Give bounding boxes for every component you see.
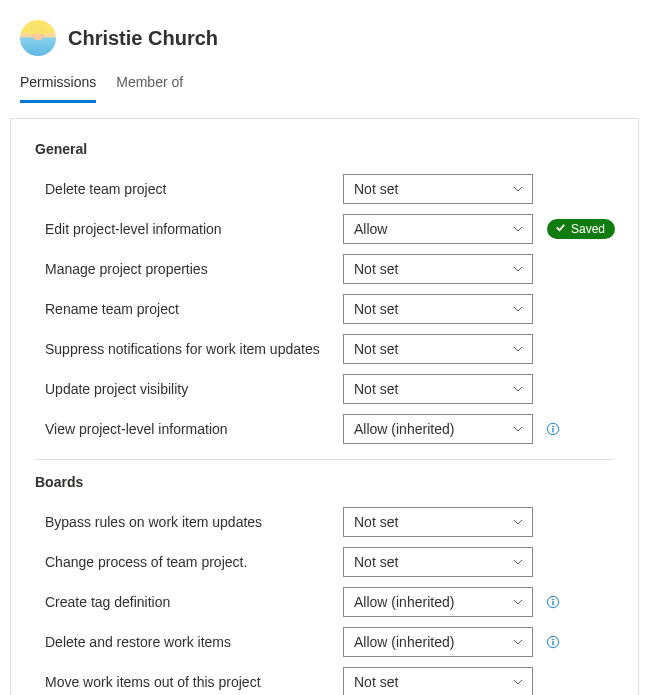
permission-row: Manage project propertiesNot set — [35, 249, 614, 289]
permission-label: Delete team project — [45, 181, 166, 197]
chevron-down-icon — [512, 596, 524, 608]
info-icon[interactable] — [545, 634, 561, 650]
permission-row: Rename team projectNot set — [35, 289, 614, 329]
permission-value: Allow — [354, 221, 387, 237]
page-title: Christie Church — [68, 27, 218, 50]
svg-point-7 — [552, 639, 554, 641]
permission-value: Allow (inherited) — [354, 634, 454, 650]
permission-label: Rename team project — [45, 301, 179, 317]
permission-select[interactable]: Not set — [343, 294, 533, 324]
chevron-down-icon — [512, 303, 524, 315]
chevron-down-icon — [512, 263, 524, 275]
permission-value: Not set — [354, 554, 398, 570]
permission-label: Update project visibility — [45, 381, 188, 397]
svg-rect-8 — [552, 641, 553, 645]
saved-badge: Saved — [547, 219, 615, 239]
check-icon — [555, 222, 566, 236]
permission-value: Not set — [354, 261, 398, 277]
chevron-down-icon — [512, 343, 524, 355]
permission-value: Allow (inherited) — [354, 594, 454, 610]
svg-rect-5 — [552, 601, 553, 605]
permission-label: Delete and restore work items — [45, 634, 231, 650]
svg-point-1 — [552, 426, 554, 428]
permission-select[interactable]: Allow (inherited) — [343, 414, 533, 444]
info-icon[interactable] — [545, 594, 561, 610]
permission-select[interactable]: Not set — [343, 547, 533, 577]
permission-value: Not set — [354, 514, 398, 530]
permission-label: Move work items out of this project — [45, 674, 261, 690]
chevron-down-icon — [512, 556, 524, 568]
divider — [35, 459, 614, 460]
permissions-panel: GeneralDelete team projectNot setEdit pr… — [10, 118, 639, 695]
permission-label: Edit project-level information — [45, 221, 222, 237]
permission-select[interactable]: Not set — [343, 254, 533, 284]
permission-select[interactable]: Not set — [343, 667, 533, 695]
permission-row: Move work items out of this projectNot s… — [35, 662, 614, 695]
permission-select[interactable]: Not set — [343, 374, 533, 404]
tab-member-of[interactable]: Member of — [116, 66, 183, 103]
chevron-down-icon — [512, 183, 524, 195]
permission-value: Not set — [354, 674, 398, 690]
saved-label: Saved — [571, 222, 605, 236]
chevron-down-icon — [512, 383, 524, 395]
permission-row: Delete team projectNot set — [35, 169, 614, 209]
permission-row: Change process of team project.Not set — [35, 542, 614, 582]
permission-row: Update project visibilityNot set — [35, 369, 614, 409]
chevron-down-icon — [512, 223, 524, 235]
info-icon[interactable] — [545, 421, 561, 437]
permission-row: Delete and restore work itemsAllow (inhe… — [35, 622, 614, 662]
section-title: Boards — [35, 474, 614, 490]
permission-select[interactable]: Not set — [343, 507, 533, 537]
permission-row: Bypass rules on work item updatesNot set — [35, 502, 614, 542]
permission-value: Not set — [354, 381, 398, 397]
permission-label: View project-level information — [45, 421, 228, 437]
section-title: General — [35, 141, 614, 157]
permission-value: Not set — [354, 301, 398, 317]
permission-row: Suppress notifications for work item upd… — [35, 329, 614, 369]
chevron-down-icon — [512, 516, 524, 528]
permission-row: View project-level informationAllow (inh… — [35, 409, 614, 449]
permission-row: Create tag definitionAllow (inherited) — [35, 582, 614, 622]
tab-permissions[interactable]: Permissions — [20, 66, 96, 103]
avatar — [20, 20, 56, 56]
chevron-down-icon — [512, 676, 524, 688]
permission-label: Create tag definition — [45, 594, 170, 610]
permission-label: Manage project properties — [45, 261, 208, 277]
svg-rect-2 — [552, 428, 553, 432]
permission-row: Edit project-level informationAllowSaved — [35, 209, 614, 249]
svg-point-4 — [552, 599, 554, 601]
permission-select[interactable]: Allow — [343, 214, 533, 244]
permission-select[interactable]: Not set — [343, 334, 533, 364]
permission-value: Allow (inherited) — [354, 421, 454, 437]
permission-label: Bypass rules on work item updates — [45, 514, 262, 530]
tab-bar: Permissions Member of — [0, 66, 649, 104]
permission-select[interactable]: Not set — [343, 174, 533, 204]
permission-label: Suppress notifications for work item upd… — [45, 341, 320, 357]
permission-label: Change process of team project. — [45, 554, 247, 570]
permission-select[interactable]: Allow (inherited) — [343, 587, 533, 617]
permission-value: Not set — [354, 341, 398, 357]
permission-value: Not set — [354, 181, 398, 197]
chevron-down-icon — [512, 636, 524, 648]
permission-select[interactable]: Allow (inherited) — [343, 627, 533, 657]
chevron-down-icon — [512, 423, 524, 435]
